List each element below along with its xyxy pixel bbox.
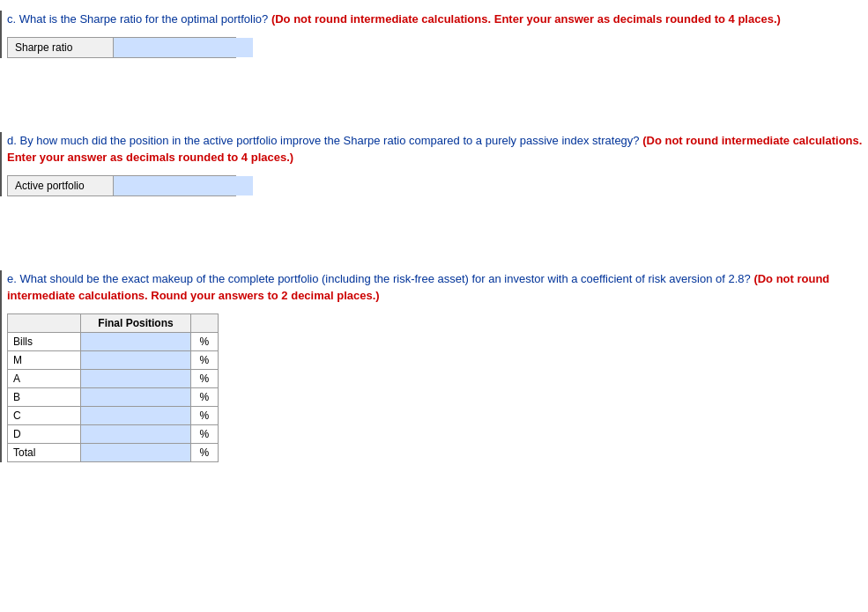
table-row: B% <box>8 387 219 406</box>
row-unit-b: % <box>190 387 218 406</box>
row-input-b[interactable] <box>81 388 190 406</box>
row-unit-d: % <box>190 424 218 443</box>
section-e: e. What should be the exact makeup of th… <box>0 270 868 462</box>
table-row: A% <box>8 369 219 387</box>
row-unit-m: % <box>190 350 218 369</box>
question-d-label: d. <box>7 134 17 147</box>
table-header-unit <box>190 313 218 332</box>
question-c-normal: What is the Sharpe ratio for the optimal… <box>19 12 271 26</box>
row-input-m[interactable] <box>81 351 190 369</box>
sharpe-ratio-input[interactable] <box>114 38 253 57</box>
final-positions-table: Final Positions Bills%M%A%B%C%D%Total% <box>7 313 219 462</box>
active-portfolio-input[interactable] <box>114 176 253 195</box>
row-label-d: D <box>8 424 81 443</box>
table-row: Total% <box>8 443 219 461</box>
row-unit-c: % <box>190 406 218 424</box>
row-label-bills: Bills <box>8 332 81 350</box>
row-input-a[interactable] <box>81 370 190 387</box>
sharpe-ratio-input-row: Sharpe ratio <box>7 37 236 58</box>
question-c-text: c. What is the Sharpe ratio for the opti… <box>7 11 868 28</box>
row-label-m: M <box>8 350 81 369</box>
row-input-cell-bills <box>81 332 191 350</box>
question-c-bold: (Do not round intermediate calculations.… <box>271 12 781 26</box>
row-input-cell-d <box>81 424 191 443</box>
row-unit-total: % <box>190 443 218 461</box>
row-unit-bills: % <box>190 332 218 350</box>
question-e-text: e. What should be the exact makeup of th… <box>7 270 868 305</box>
row-label-b: B <box>8 387 81 406</box>
question-e-label: e. <box>7 272 17 285</box>
question-e-normal: What should be the exact makeup of the c… <box>19 272 753 285</box>
row-input-cell-total <box>81 443 191 461</box>
question-d-text: d. By how much did the position in the a… <box>7 132 868 166</box>
active-portfolio-label: Active portfolio <box>8 176 114 195</box>
row-input-cell-m <box>81 350 191 369</box>
section-d: d. By how much did the position in the a… <box>0 132 868 196</box>
row-input-c[interactable] <box>81 407 190 424</box>
row-input-cell-c <box>81 406 191 424</box>
section-c: c. What is the Sharpe ratio for the opti… <box>0 11 868 58</box>
table-header-final-positions: Final Positions <box>81 313 191 332</box>
table-row: C% <box>8 406 219 424</box>
question-d-normal: By how much did the position in the acti… <box>19 134 642 147</box>
table-row: D% <box>8 424 219 443</box>
row-input-d[interactable] <box>81 425 190 443</box>
table-row: M% <box>8 350 219 369</box>
table-header-empty <box>8 313 81 332</box>
row-label-total: Total <box>8 443 81 461</box>
sharpe-ratio-label: Sharpe ratio <box>8 38 114 57</box>
row-input-bills[interactable] <box>81 333 190 350</box>
question-c-label: c. <box>7 12 16 26</box>
row-label-a: A <box>8 369 81 387</box>
active-portfolio-input-row: Active portfolio <box>7 175 236 196</box>
row-unit-a: % <box>190 369 218 387</box>
row-input-total[interactable] <box>81 444 190 461</box>
row-label-c: C <box>8 406 81 424</box>
table-row: Bills% <box>8 332 219 350</box>
row-input-cell-a <box>81 369 191 387</box>
row-input-cell-b <box>81 387 191 406</box>
